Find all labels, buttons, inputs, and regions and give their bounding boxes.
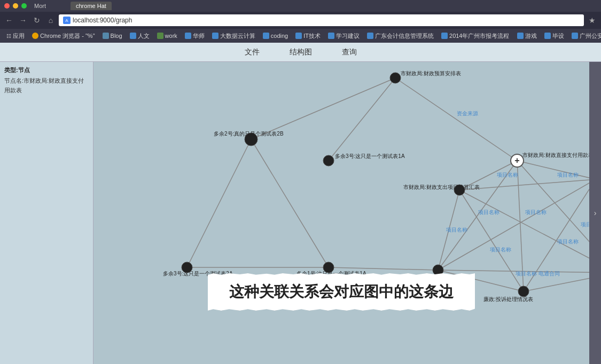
subtitle-overlay: 这种关联关系会对应图中的这条边 <box>208 273 475 311</box>
sidebar-type-label: 类型:节点 <box>4 66 89 74</box>
svg-text:项目名称: 项目名称 <box>581 221 589 227</box>
svg-line-3 <box>251 139 329 267</box>
browser-title: Mort <box>34 3 46 9</box>
svg-text:资金来源: 资金来源 <box>457 110 478 116</box>
address-bar[interactable]: A localhost:9000/graph <box>59 14 584 26</box>
menu-file[interactable]: 文件 <box>240 45 264 59</box>
bookmark-bigdata[interactable]: 大数据云计算 <box>209 31 259 41</box>
bookmark-accounting[interactable]: 广东会计信息管理系统 <box>364 31 437 41</box>
back-button[interactable]: ← <box>3 14 15 26</box>
svg-line-19 <box>438 270 589 273</box>
traffic-light-green[interactable] <box>21 3 27 9</box>
bookmark-huashi[interactable]: 华师 <box>182 31 208 41</box>
svg-point-31 <box>518 286 529 297</box>
address-text: localhost:9000/graph <box>73 17 132 24</box>
refresh-button[interactable]: ↻ <box>31 14 43 26</box>
main-content: 类型:节点 节点名:市财政局:财政直接支付用款表 <box>0 62 601 364</box>
forward-button[interactable]: → <box>17 14 29 26</box>
bookmark-blog[interactable]: Blog <box>99 31 126 40</box>
svg-text:项目名称: 项目名称 <box>446 227 467 233</box>
bookmark-chrome[interactable]: Chrome 浏览器 - "%" <box>29 31 98 41</box>
bookmarks-bar: ☷ 应用 Chrome 浏览器 - "%" Blog 人文 work 华师 大数… <box>0 29 601 43</box>
traffic-light-yellow[interactable] <box>13 3 18 9</box>
bookmark-exam[interactable]: 2014年广州市报考流程 <box>438 31 512 41</box>
svg-text:廉政:投诉处理情况表: 廉政:投诉处理情况表 <box>483 296 533 302</box>
svg-line-0 <box>251 78 395 139</box>
chevron-right-icon: › <box>594 209 597 217</box>
svg-point-25 <box>323 155 334 166</box>
bookmark-thesis[interactable]: 毕设 <box>541 31 567 41</box>
svg-text:项目名称: 项目名称 <box>490 247 511 252</box>
app-container: 文件 结构图 查询 类型:节点 节点名:市财政局:财政直接支付用款表 <box>0 43 601 364</box>
bookmark-renwen[interactable]: 人文 <box>127 31 153 41</box>
bookmark-work[interactable]: work <box>154 31 181 40</box>
svg-text:项目名称: 项目名称 <box>478 209 499 215</box>
svg-line-1 <box>329 78 395 161</box>
svg-text:项目名称: 项目名称 <box>557 239 579 244</box>
svg-text:市财政局:财政预算安排表: 市财政局:财政预算安排表 <box>401 70 461 76</box>
graph-svg: 市财政局:财政预算安排表 多余2号:真的只是个测试表2B 多余3号:这只是一个测… <box>93 62 589 364</box>
svg-line-2 <box>187 139 251 267</box>
svg-text:市财政局:财政支出项目结算汇表: 市财政局:财政支出项目结算汇表 <box>403 184 480 190</box>
menu-query[interactable]: 查询 <box>338 45 361 59</box>
browser-nav-bar: ← → ↻ ⌂ A localhost:9000/graph ★ <box>0 12 601 29</box>
bookmark-coding[interactable]: coding <box>260 31 291 40</box>
svg-line-5 <box>395 78 517 161</box>
home-button[interactable]: ⌂ <box>45 14 57 26</box>
traffic-light-red[interactable] <box>4 3 10 9</box>
svg-line-17 <box>459 190 589 273</box>
svg-text:项目名称: 项目名称 <box>557 172 579 178</box>
menu-bar: 文件 结构图 查询 <box>0 43 601 62</box>
bookmark-button[interactable]: ★ <box>586 14 598 26</box>
expand-node-button[interactable]: + <box>510 154 524 168</box>
menu-structure[interactable]: 结构图 <box>285 45 316 59</box>
sidebar-node-name: 节点名:市财政局:财政直接支付用款表 <box>4 76 89 95</box>
bookmark-apps[interactable]: ☷ 应用 <box>3 31 28 41</box>
svg-text:多余3号:这只是一个测试表1A: 多余3号:这只是一个测试表1A <box>335 153 405 159</box>
svg-text:市财政局:财政直接支付用款表: 市财政局:财政直接支付用款表 <box>522 152 589 158</box>
bookmark-police[interactable]: 广州公安网上办事大厅 <box>568 31 602 41</box>
svg-text:项目名称: 项目名称 <box>525 209 547 215</box>
svg-text:多余2号:真的只是个测试表2B: 多余2号:真的只是个测试表2B <box>214 131 284 137</box>
browser-title-bar: Mort chrome Hat <box>0 0 601 12</box>
bookmark-learn[interactable]: 学习建议 <box>325 31 363 41</box>
sidebar: 类型:节点 节点名:市财政局:财政直接支付用款表 <box>0 62 93 364</box>
svg-text:项目名称 电通合同: 项目名称 电通合同 <box>516 271 560 276</box>
graph-canvas[interactable]: 市财政局:财政预算安排表 多余2号:真的只是个测试表2B 多余3号:这只是一个测… <box>93 62 589 364</box>
svg-point-23 <box>390 73 401 83</box>
bookmark-it[interactable]: IT技术 <box>292 31 324 41</box>
svg-line-22 <box>329 267 438 270</box>
bookmark-games[interactable]: 游戏 <box>514 31 540 41</box>
browser-tab-label: chrome Hat <box>71 2 112 10</box>
favicon: A <box>63 17 71 24</box>
svg-text:项目名称: 项目名称 <box>497 172 518 178</box>
right-panel-toggle[interactable]: › <box>589 62 601 364</box>
subtitle-text: 这种关联关系会对应图中的这条边 <box>229 283 454 300</box>
